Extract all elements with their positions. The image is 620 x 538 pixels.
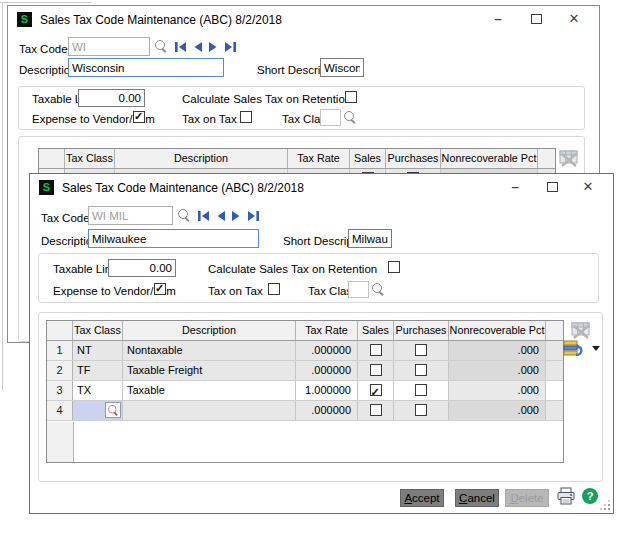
magnifier-lookup-icon[interactable] [154, 39, 169, 54]
nonrecoverable-pct-header: Nonrecoverable Pct [449, 321, 546, 340]
screenshot-canvas: S Sales Tax Code Maintenance (ABC) 8/2/2… [0, 0, 620, 538]
calc-retention-checkbox[interactable] [345, 91, 357, 103]
sales-checkbox[interactable] [370, 404, 382, 416]
last-record-icon[interactable] [224, 41, 237, 53]
sales-checkbox[interactable] [370, 344, 382, 356]
accept-button[interactable]: Accept [400, 489, 444, 507]
purchases-checkbox[interactable] [415, 364, 427, 376]
calc-retention-checkbox[interactable] [388, 261, 400, 273]
tax-on-tax-checkbox[interactable] [240, 111, 252, 123]
clear-grid-icon[interactable] [570, 320, 592, 340]
empty-row-number-column [47, 422, 74, 463]
table-row[interactable]: 4.000000.000 [47, 401, 563, 421]
expense-vendor-checkbox[interactable] [133, 111, 145, 123]
purchases-cell [394, 361, 449, 380]
first-record-icon[interactable] [197, 210, 210, 222]
sage-app-icon: S [17, 12, 32, 27]
purchases-checkbox[interactable] [415, 344, 427, 356]
short-description-input[interactable] [348, 229, 392, 248]
tax-code-input[interactable] [68, 37, 150, 56]
purchases-header: Purchases [386, 149, 441, 168]
window-title: Sales Tax Code Maintenance (ABC) 8/2/201… [40, 13, 282, 27]
sales-header: Sales [358, 321, 394, 340]
spacer-cell [546, 361, 563, 380]
description-cell: Taxable Freight [123, 361, 296, 380]
tax-class-lookup-button[interactable] [105, 402, 121, 418]
expense-vendor-checkbox[interactable] [154, 283, 166, 295]
row-number-header [47, 321, 73, 340]
tax-on-tax-label: Tax on Tax [182, 113, 237, 125]
grid-customize-icon[interactable] [563, 340, 585, 358]
sales-cell [358, 341, 394, 360]
magnifier-icon [107, 404, 120, 417]
close-button[interactable] [577, 178, 599, 196]
record-navigation [197, 210, 260, 222]
taxable-limit-input[interactable] [108, 259, 176, 277]
sales-cell [358, 361, 394, 380]
purchases-checkbox[interactable] [415, 384, 427, 396]
taxable-limit-input[interactable] [78, 89, 145, 107]
tax-class-cell [73, 401, 123, 420]
description-input[interactable] [88, 229, 259, 248]
magnifier-lookup-icon[interactable] [371, 282, 386, 297]
last-record-icon[interactable] [247, 210, 260, 222]
next-record-icon[interactable] [208, 41, 219, 53]
tax-rate-header: Tax Rate [296, 321, 358, 340]
previous-record-icon[interactable] [215, 210, 226, 222]
sales-cell [358, 401, 394, 420]
row-number-cell: 4 [47, 401, 73, 420]
delete-button[interactable]: Delete [505, 489, 549, 507]
first-record-icon[interactable] [174, 41, 187, 53]
sales-checkbox[interactable] [370, 364, 382, 376]
nonrecoverable-pct-cell: .000 [449, 341, 546, 360]
short-description-input[interactable] [320, 58, 364, 77]
purchases-checkbox[interactable] [415, 404, 427, 416]
spacer-cell [546, 381, 563, 400]
cancel-button[interactable]: Cancel [455, 489, 499, 507]
sales-header: Sales [350, 149, 386, 168]
table-row[interactable]: 2TFTaxable Freight.000000.000 [47, 361, 563, 381]
minimize-button[interactable] [487, 10, 509, 28]
tax-code-label: Tax Code [19, 43, 68, 55]
table-body: 1NTNontaxable.000000.0002TFTaxable Freig… [47, 341, 563, 421]
dropdown-caret-icon[interactable] [592, 346, 600, 351]
description-cell [123, 401, 296, 420]
next-record-icon[interactable] [231, 210, 242, 222]
maximize-icon [547, 182, 558, 192]
window-title: Sales Tax Code Maintenance (ABC) 8/2/201… [62, 181, 304, 195]
help-icon[interactable] [582, 488, 598, 504]
table-row[interactable]: 1NTNontaxable.000000.000 [47, 341, 563, 361]
magnifier-lookup-icon[interactable] [343, 110, 358, 125]
sales-cell [358, 381, 394, 400]
minimize-button[interactable] [504, 178, 526, 196]
maximize-button[interactable] [525, 10, 547, 28]
clear-grid-icon[interactable] [558, 148, 580, 168]
description-cell: Taxable [123, 381, 296, 400]
previous-record-icon[interactable] [192, 41, 203, 53]
close-button[interactable] [563, 10, 585, 28]
magnifier-lookup-icon[interactable] [177, 208, 192, 223]
tax-class-table: Tax Class Description Tax Rate Sales Pur… [46, 320, 564, 463]
print-icon[interactable] [556, 487, 576, 506]
titlebar[interactable]: S Sales Tax Code Maintenance (ABC) 8/2/2… [8, 6, 599, 34]
maximize-icon [531, 14, 542, 24]
tax-class-input[interactable] [348, 281, 369, 298]
maximize-button[interactable] [541, 178, 563, 196]
tax-options-groupbox: Taxable Limit Calculate Sales Tax on Ret… [18, 86, 585, 130]
resize-grip[interactable] [600, 500, 610, 510]
tax-rate-cell: .000000 [296, 341, 358, 360]
tax-rate-cell: 1.000000 [296, 381, 358, 400]
sales-checkbox[interactable] [370, 384, 382, 396]
spacer-header [538, 149, 555, 168]
tax-class-input[interactable] [320, 109, 341, 126]
nonrecoverable-pct-cell: .000 [449, 381, 546, 400]
record-navigation [174, 41, 237, 53]
row-number-cell: 2 [47, 361, 73, 380]
titlebar[interactable]: S Sales Tax Code Maintenance (ABC) 8/2/2… [30, 174, 613, 202]
description-input[interactable] [68, 58, 224, 77]
table-row[interactable]: 3TXTaxable1.000000.000 [47, 381, 563, 401]
description-cell: Nontaxable [123, 341, 296, 360]
nonrecoverable-pct-header: Nonrecoverable Pct [441, 149, 538, 168]
tax-code-input[interactable] [88, 206, 173, 225]
tax-on-tax-checkbox[interactable] [268, 283, 280, 295]
